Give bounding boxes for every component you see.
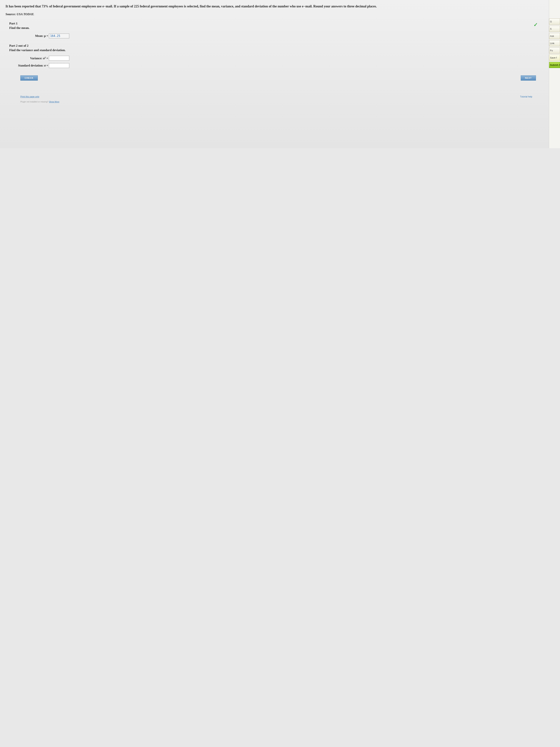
save-button[interactable]: Save f xyxy=(549,55,560,61)
plugin-msg: Plugin not installed or missing? xyxy=(20,101,49,103)
sidebar-fo-button[interactable]: Fo xyxy=(549,47,560,54)
show-more-link[interactable]: Show More xyxy=(49,101,59,103)
part-1-title: Part 1 xyxy=(9,22,543,25)
part-1-block: ✓ Part 1 Find the mean. Mean: μ = xyxy=(5,22,543,38)
source-name: USA TODAY. xyxy=(17,12,34,16)
checkmark-icon: ✓ xyxy=(534,22,538,28)
variance-label-suffix: = xyxy=(46,57,48,60)
plugin-text: Plugin not installed or missing? Show Mo… xyxy=(20,101,543,103)
stddev-input[interactable] xyxy=(49,63,69,68)
sidebar-ask-button[interactable]: Ask xyxy=(549,33,560,39)
part-1-instruction: Find the mean. xyxy=(9,26,543,30)
submit-assignment-button[interactable]: Submit As xyxy=(549,62,560,68)
mean-input[interactable] xyxy=(49,33,69,38)
right-sidebar: G S Ask Link Fo Save f Submit As xyxy=(549,0,560,148)
question-source: Source: USA TODAY. xyxy=(5,12,543,16)
next-button[interactable]: NEXT xyxy=(521,75,536,81)
tutorial-help-link[interactable]: Tutorial help xyxy=(520,96,532,98)
sidebar-link-button[interactable]: Link xyxy=(549,40,560,46)
sidebar-g-button[interactable]: G xyxy=(549,19,560,25)
variance-label-prefix: Variance: σ xyxy=(30,57,45,60)
variance-input[interactable] xyxy=(49,56,69,60)
part-2-block: Part 2 out of 2 Find the variance and st… xyxy=(5,44,543,103)
check-button[interactable]: CHECK xyxy=(20,75,38,81)
part-2-instruction: Find the variance and standard deviation… xyxy=(9,48,543,52)
mean-label: Mean: μ = xyxy=(15,34,48,37)
print-page-link[interactable]: Print this page only xyxy=(20,96,39,98)
part-2-title: Part 2 out of 2 xyxy=(9,44,543,48)
question-text: It has been reported that 73% of federal… xyxy=(5,4,543,9)
sidebar-s-button[interactable]: S xyxy=(549,26,560,32)
stddev-label: Standard deviation: σ = xyxy=(15,64,48,67)
variance-label: Variance: σ2 = xyxy=(15,56,48,60)
source-label: Source: xyxy=(5,12,16,16)
